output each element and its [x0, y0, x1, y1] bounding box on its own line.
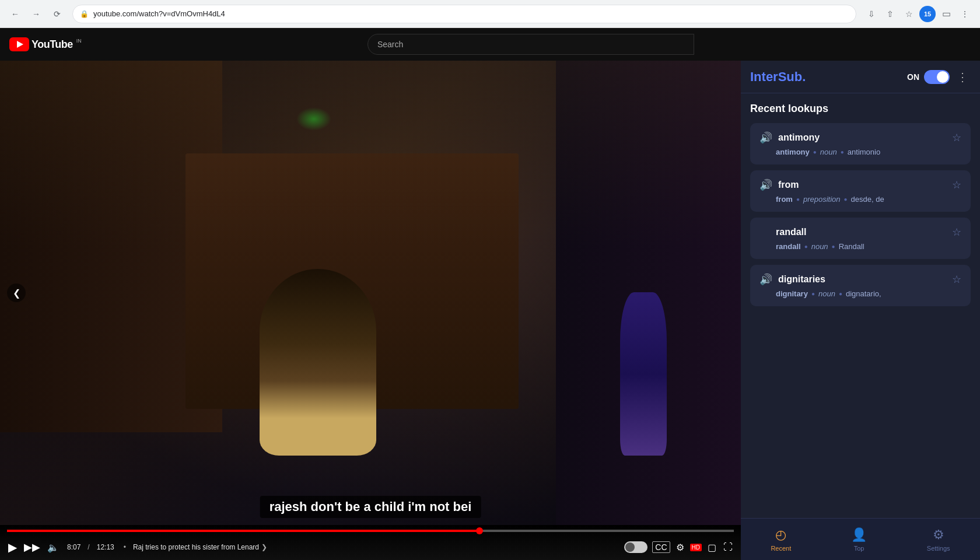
chapter-title: Raj tries to protect his sister from Len… — [133, 543, 267, 551]
back-button[interactable]: ← — [7, 6, 23, 22]
lookup-details-antimony: antimony ● noun ● antimonio — [760, 148, 961, 156]
bookmark-icon[interactable]: ☆ — [901, 6, 917, 22]
lookup-trans-dignitaries: dignatario, — [846, 289, 881, 298]
lookup-header-antimony: 🔊 antimony ☆ — [760, 131, 961, 144]
quality-badge[interactable]: HD — [690, 544, 702, 551]
browser-action-buttons: ⇩ ⇧ ☆ 15 ▭ ⋮ — [863, 6, 973, 22]
progress-dot — [476, 527, 483, 534]
chapter-separator: • — [124, 543, 126, 551]
lookup-word-sm-antimony: antimony — [776, 148, 810, 156]
lookup-pos-randall: noun — [811, 242, 828, 251]
miniplayer-toggle[interactable] — [624, 541, 648, 553]
lookup-card-dignitaries[interactable]: 🔊 dignitaries ☆ dignitary ● noun ● digna… — [750, 265, 971, 306]
audio-icon-dignitaries[interactable]: 🔊 — [760, 273, 772, 286]
audio-icon-antimony[interactable]: 🔊 — [760, 131, 772, 144]
prev-chapter-button[interactable]: ❮ — [7, 284, 26, 302]
video-frame: ❮ rajesh don't be a child i'm not bei — [0, 61, 741, 525]
intersub-toggle-area: ON — [907, 70, 950, 84]
skip-next-button[interactable]: ▶▶ — [23, 540, 41, 555]
person-figure-right — [620, 292, 667, 456]
person-figure-main — [260, 269, 376, 456]
recent-lookups-title: Recent lookups — [750, 103, 971, 115]
dot2: ● — [841, 149, 844, 155]
captions-button[interactable]: CC — [652, 541, 670, 553]
current-time: 8:07 — [67, 543, 80, 551]
intersub-panel: InterSub. ON ⋮ Recent lookups 🔊 antimony… — [741, 61, 980, 560]
intersub-header: InterSub. ON ⋮ — [741, 61, 980, 93]
url-text: youtube.com/watch?v=dVmOvmH4dL4 — [93, 9, 225, 18]
lookup-word-sm-from: from — [776, 195, 793, 204]
nav-label-settings: Settings — [927, 545, 950, 552]
dot3: ● — [796, 196, 800, 202]
settings-button[interactable]: ⚙ — [675, 541, 685, 554]
lookup-word-antimony: antimony — [778, 132, 946, 143]
intersub-bottom-nav: ◴ Recent 👤 Top ⚙ Settings — [741, 518, 980, 560]
youtube-search-bar[interactable]: Search — [368, 34, 694, 55]
time-separator: / — [88, 543, 89, 551]
progress-bar[interactable] — [7, 530, 734, 532]
main-content: ❮ rajesh don't be a child i'm not bei ▶ … — [0, 61, 980, 560]
extensions-puzzle-icon[interactable]: ▭ — [938, 6, 954, 22]
browser-nav-controls: ← → ⟳ — [7, 6, 65, 22]
star-button-dignitaries[interactable]: ☆ — [952, 273, 961, 286]
lookup-word-from: from — [778, 180, 946, 190]
intersub-content: Recent lookups 🔊 antimony ☆ antimony ● n… — [741, 93, 980, 518]
more-options-icon[interactable]: ⋮ — [957, 6, 973, 22]
star-button-randall[interactable]: ☆ — [952, 226, 961, 239]
lookup-card-randall[interactable]: randall ☆ randall ● noun ● Randall — [750, 218, 971, 259]
video-scene — [0, 61, 741, 525]
lock-icon: 🔒 — [80, 10, 89, 18]
lookup-trans-from: desde, de — [851, 195, 884, 204]
dot8: ● — [839, 290, 842, 297]
download-icon[interactable]: ⇩ — [863, 6, 880, 22]
lookup-card-from[interactable]: 🔊 from ☆ from ● preposition ● desde, de — [750, 170, 971, 212]
browser-chrome: ← → ⟳ 🔒 youtube.com/watch?v=dVmOvmH4dL4 … — [0, 0, 980, 28]
lookup-card-antimony[interactable]: 🔊 antimony ☆ antimony ● noun ● antimonio — [750, 123, 971, 164]
play-pause-button[interactable]: ▶ — [7, 539, 18, 555]
lookup-header-dignitaries: 🔊 dignitaries ☆ — [760, 273, 961, 286]
dot5: ● — [804, 243, 808, 250]
controls-row: ▶ ▶▶ 🔈 8:07 / 12:13 • Raj tries to prote… — [7, 539, 734, 555]
theater-mode-button[interactable]: ▢ — [706, 541, 718, 554]
lookup-header-randall: randall ☆ — [760, 226, 961, 239]
share-icon[interactable]: ⇧ — [882, 6, 898, 22]
youtube-search-container: Search — [114, 34, 947, 55]
intersub-power-toggle[interactable] — [924, 70, 950, 84]
dot1: ● — [813, 149, 817, 155]
video-controls: ▶ ▶▶ 🔈 8:07 / 12:13 • Raj tries to prote… — [0, 525, 741, 560]
lookup-pos-dignitaries: noun — [818, 289, 835, 298]
chapter-next-icon: ❯ — [261, 543, 267, 551]
lookup-word-randall: randall — [776, 227, 946, 237]
lookup-details-randall: randall ● noun ● Randall — [760, 242, 961, 251]
lookup-header-from: 🔊 from ☆ — [760, 178, 961, 191]
nav-label-top: Top — [854, 545, 864, 552]
progress-played — [7, 530, 480, 532]
lookup-word-sm-randall: randall — [776, 242, 801, 251]
youtube-play-icon[interactable] — [9, 37, 29, 51]
nav-label-recent: Recent — [771, 545, 791, 552]
star-button-from[interactable]: ☆ — [952, 178, 961, 191]
fullscreen-button[interactable]: ⛶ — [722, 541, 734, 554]
controls-right: CC ⚙ HD ▢ ⛶ — [624, 541, 734, 554]
nav-item-top[interactable]: 👤 Top — [839, 523, 878, 556]
address-bar[interactable]: 🔒 youtube.com/watch?v=dVmOvmH4dL4 — [72, 5, 856, 23]
dot6: ● — [832, 243, 835, 250]
lookup-word-dignitaries: dignitaries — [778, 274, 946, 285]
nav-item-recent[interactable]: ◴ Recent — [759, 523, 803, 556]
nav-item-settings[interactable]: ⚙ Settings — [915, 523, 962, 556]
intersub-more-menu[interactable]: ⋮ — [954, 68, 971, 86]
toggle-knob — [937, 71, 949, 83]
audio-icon-from[interactable]: 🔊 — [760, 178, 772, 191]
volume-button[interactable]: 🔈 — [46, 541, 60, 554]
profile-button[interactable]: 15 — [919, 6, 936, 22]
star-button-antimony[interactable]: ☆ — [952, 131, 961, 144]
youtube-logo-area: YouTube IN — [9, 37, 82, 51]
lookup-details-dignitaries: dignitary ● noun ● dignatario, — [760, 289, 961, 298]
intersub-logo: InterSub. — [750, 69, 907, 85]
lookup-details-from: from ● preposition ● desde, de — [760, 195, 961, 204]
lookup-pos-antimony: noun — [820, 148, 837, 156]
youtube-country-badge: IN — [76, 38, 82, 44]
forward-button[interactable]: → — [28, 6, 44, 22]
reload-button[interactable]: ⟳ — [49, 6, 65, 22]
subtitle-text: rajesh don't be a child i'm not bei — [260, 496, 481, 518]
